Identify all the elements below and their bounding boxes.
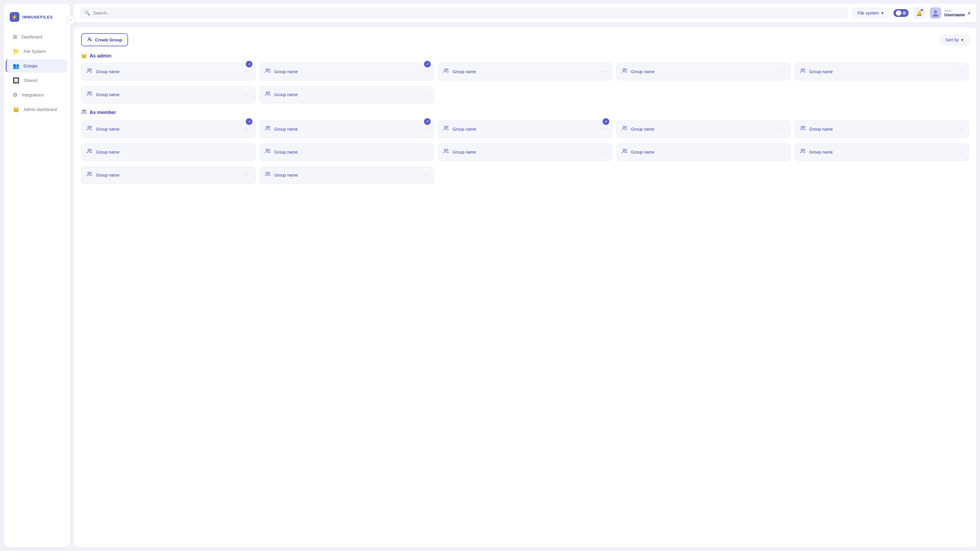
- group-card[interactable]: Group name ···: [616, 143, 791, 161]
- group-card[interactable]: Group name ···: [616, 63, 791, 81]
- group-card[interactable]: ↗ Group name ···: [259, 63, 434, 81]
- svg-point-0: [934, 10, 937, 13]
- more-icon[interactable]: ···: [423, 149, 429, 155]
- group-icon: [621, 125, 628, 133]
- more-icon[interactable]: ···: [780, 126, 785, 132]
- search-input[interactable]: [93, 11, 843, 16]
- group-name: Group name: [809, 69, 955, 74]
- group-card[interactable]: Group name ···: [794, 63, 969, 81]
- group-card[interactable]: Group name ···: [438, 143, 612, 161]
- more-icon[interactable]: ···: [601, 149, 607, 155]
- svg-point-7: [269, 69, 270, 70]
- sidebar-item-label: Groups: [24, 64, 38, 68]
- user-info: Hello Username: [944, 9, 965, 17]
- group-icon: [86, 125, 93, 133]
- group-card[interactable]: Group name ···: [81, 86, 256, 103]
- svg-point-32: [266, 149, 268, 151]
- svg-point-36: [623, 149, 625, 151]
- create-group-button[interactable]: Create Group: [81, 33, 128, 46]
- more-icon[interactable]: ···: [423, 126, 429, 132]
- more-icon[interactable]: ···: [423, 92, 429, 97]
- more-icon[interactable]: ···: [780, 69, 785, 75]
- more-icon[interactable]: ···: [423, 172, 429, 178]
- group-icon: [86, 91, 93, 99]
- sidebar-item-dashboard[interactable]: ⊞ Dashboard: [7, 30, 67, 44]
- more-icon[interactable]: ···: [245, 92, 251, 97]
- chevron-down-icon: ▾: [881, 11, 883, 16]
- dashboard-icon: ⊞: [13, 33, 17, 40]
- group-name: Group name: [274, 92, 420, 97]
- svg-point-10: [623, 69, 625, 70]
- shared-icon: 🔲: [13, 77, 19, 84]
- more-icon[interactable]: ···: [958, 69, 964, 75]
- sidebar-item-groups[interactable]: 👥 Groups: [6, 59, 67, 73]
- as-member-row-2: Group name ··· Group name ··· Group name…: [81, 143, 969, 161]
- svg-point-20: [88, 126, 89, 128]
- group-card[interactable]: Group name ···: [81, 166, 256, 184]
- groups-icon: 👥: [13, 63, 19, 69]
- integrations-icon: ⚙: [13, 92, 18, 98]
- group-icon: [443, 148, 449, 156]
- more-icon[interactable]: ···: [601, 126, 607, 132]
- more-icon[interactable]: ···: [958, 149, 964, 155]
- group-icon: [800, 148, 806, 156]
- toggle-circle: [896, 10, 901, 16]
- group-card[interactable]: ↗ Group name ···: [81, 63, 256, 81]
- crown-icon: 👑: [81, 53, 87, 59]
- group-icon: [800, 67, 806, 76]
- group-card[interactable]: Group name ···: [794, 121, 969, 138]
- group-card[interactable]: ↗ Group name ···: [259, 121, 434, 138]
- sidebar-collapse-button[interactable]: ‹: [67, 16, 75, 24]
- as-admin-title: 👑 As admin: [81, 53, 969, 59]
- sidebar-item-integrations[interactable]: ⚙ Integrations: [7, 88, 67, 102]
- sidebar-item-shared[interactable]: 🔲 Shared: [7, 74, 67, 87]
- svg-point-23: [269, 126, 270, 128]
- sidebar-item-label: Shared: [24, 78, 37, 83]
- member-icon: [81, 109, 87, 116]
- sidebar-item-admin-dashboard[interactable]: 👑 Admin dashboard: [7, 103, 67, 116]
- svg-point-42: [266, 172, 268, 174]
- group-card[interactable]: Group name ···: [259, 166, 434, 184]
- svg-point-6: [266, 69, 268, 70]
- more-icon[interactable]: ···: [958, 126, 964, 132]
- file-system-icon: 📁: [13, 48, 19, 55]
- file-system-selector[interactable]: File system ▾: [853, 8, 889, 18]
- group-name: Group name: [274, 150, 420, 154]
- notification-button[interactable]: 🔔: [913, 7, 925, 19]
- group-card[interactable]: Group name ···: [259, 143, 434, 161]
- username-label: Username: [944, 13, 965, 17]
- group-card[interactable]: Group name ···: [438, 63, 612, 81]
- group-card[interactable]: ↗ Group name ···: [81, 121, 256, 138]
- more-icon[interactable]: ···: [245, 172, 251, 178]
- group-card[interactable]: ↗ Group name ···: [438, 121, 612, 138]
- user-chevron-icon: ▾: [968, 10, 970, 16]
- group-card[interactable]: Group name ···: [794, 143, 969, 161]
- user-profile[interactable]: Hello Username ▾: [930, 7, 970, 19]
- group-name: Group name: [96, 69, 242, 74]
- svg-point-17: [269, 92, 270, 94]
- group-name: Group name: [274, 173, 420, 178]
- svg-point-38: [801, 149, 803, 151]
- sidebar-item-label: File System: [24, 49, 46, 54]
- as-member-section: As member ↗ Group name ··· ↗ Gro: [81, 109, 969, 184]
- more-icon[interactable]: ···: [423, 69, 429, 75]
- svg-point-31: [90, 149, 92, 151]
- svg-point-35: [447, 149, 448, 151]
- sidebar-item-file-system[interactable]: 📁 File System: [7, 45, 67, 58]
- more-icon[interactable]: ···: [601, 69, 607, 75]
- avatar: [930, 7, 941, 19]
- more-icon[interactable]: ···: [245, 126, 251, 132]
- group-icon: [86, 148, 93, 156]
- as-member-row-1: ↗ Group name ··· ↗ Group name ···: [81, 121, 969, 138]
- svg-point-21: [90, 126, 92, 128]
- group-card[interactable]: Group name ···: [259, 86, 434, 103]
- svg-point-4: [88, 69, 89, 70]
- group-card[interactable]: Group name ···: [81, 143, 256, 161]
- more-icon[interactable]: ···: [780, 149, 785, 155]
- more-icon[interactable]: ···: [245, 69, 251, 75]
- more-icon[interactable]: ···: [245, 149, 251, 155]
- group-card[interactable]: Group name ···: [616, 121, 791, 138]
- sort-by-button[interactable]: Sort by ▾: [940, 35, 969, 45]
- search-bar[interactable]: 🔍: [80, 8, 848, 19]
- toggle-switch[interactable]: [893, 9, 908, 17]
